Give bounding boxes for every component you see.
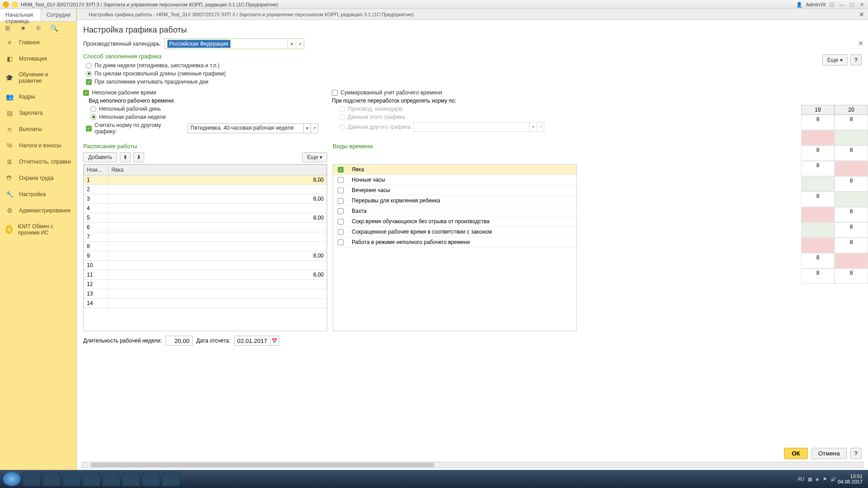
taskbar-paint-icon[interactable]: [102, 472, 120, 486]
type-row[interactable]: Явка: [333, 164, 576, 175]
dialog-close-icon[interactable]: ✕: [859, 11, 864, 18]
nav-ohrana[interactable]: ⛑Охрана труда: [0, 170, 76, 186]
checkbox-icon[interactable]: [338, 167, 344, 173]
more-button[interactable]: Еще ▾: [822, 54, 848, 66]
search-icon[interactable]: 🔍: [50, 24, 58, 32]
open-picker-icon[interactable]: ↗: [311, 124, 318, 133]
nav-settings[interactable]: 🔧Настройка: [0, 186, 76, 202]
radio-days-row[interactable]: По дням недели (пятидневка, шестидневка …: [86, 62, 862, 69]
checkbox-icon[interactable]: [338, 188, 344, 193]
cancel-button[interactable]: Отмена: [811, 448, 847, 459]
table-row[interactable]: 4: [84, 204, 327, 213]
move-up-button[interactable]: ⬆: [120, 152, 131, 162]
schedule-more-button[interactable]: Еще ▾: [302, 152, 327, 162]
taskbar-outlook-icon[interactable]: [122, 472, 140, 486]
type-row[interactable]: Ночные часы: [333, 175, 576, 185]
type-row[interactable]: Вечерние часы: [333, 185, 576, 196]
open-picker-icon[interactable]: ↗: [296, 39, 304, 49]
taskbar-skype-icon[interactable]: [62, 472, 80, 486]
chk-othernorm-row[interactable]: Считать норму по другому графику: Пятидн…: [86, 122, 318, 135]
taskbar-clock[interactable]: 13:51 04.08.2017: [838, 474, 865, 484]
nav-nalogi[interactable]: %Налоги и взносы: [0, 137, 76, 154]
nav-motivation[interactable]: ◧Мотивация: [0, 51, 76, 67]
ok-button[interactable]: ОК: [784, 448, 808, 459]
table-row[interactable]: 98,00: [84, 251, 327, 261]
chk-parttime-row[interactable]: Неполное рабочее время: [83, 89, 318, 96]
taskbar-word-icon[interactable]: [142, 472, 160, 486]
maximize-icon[interactable]: ▢: [848, 1, 855, 8]
radio-partday-row[interactable]: Неполный рабочий день: [90, 106, 318, 112]
clip-icon[interactable]: ⎘: [34, 24, 42, 32]
checkbox-icon[interactable]: [338, 177, 344, 183]
calendar-icon[interactable]: 📅: [270, 336, 279, 346]
table-row[interactable]: 6: [84, 223, 327, 232]
checkbox-icon[interactable]: [338, 198, 344, 204]
chk-holidays-row[interactable]: При заполнении учитывать праздничные дни: [86, 79, 862, 85]
checkbox-icon[interactable]: [338, 208, 344, 214]
start-button[interactable]: [3, 472, 21, 486]
tab-employees[interactable]: Сотрудни: [41, 9, 76, 21]
horizontal-scrollbar[interactable]: [81, 462, 863, 468]
table-row[interactable]: 12: [84, 280, 327, 289]
type-row[interactable]: Работа в режиме неполного рабочего време…: [333, 237, 576, 248]
add-button[interactable]: Добавить: [83, 152, 117, 162]
tray-sound-icon[interactable]: 🔊: [830, 477, 836, 482]
chevron-down-icon[interactable]: ▾: [288, 39, 296, 49]
table-row[interactable]: 8: [84, 242, 327, 251]
table-row[interactable]: 14: [84, 299, 327, 308]
radio-partweek-row[interactable]: Неполная рабочая неделя: [90, 114, 318, 120]
nav-zarplata[interactable]: ▤Зарплата: [0, 105, 76, 121]
checkbox-icon[interactable]: [338, 219, 344, 225]
help-button-top[interactable]: ?: [850, 54, 862, 66]
taskbar-ie-icon[interactable]: [23, 472, 41, 486]
type-row[interactable]: Вахта: [333, 206, 576, 216]
table-row[interactable]: 18,00: [84, 175, 327, 185]
nav-main[interactable]: ≡Главное: [0, 34, 76, 51]
nav-kadry[interactable]: 👥Кадры: [0, 89, 76, 105]
norm-combo[interactable]: Пятидневка, 40-часовая рабочая неделя ▾ …: [187, 123, 318, 133]
tray-icon[interactable]: ◈: [816, 477, 819, 482]
type-row[interactable]: Сокращенное рабочее время в соответствии…: [333, 227, 576, 237]
tray-lang[interactable]: RU: [797, 477, 804, 482]
chk-summ-row[interactable]: Суммированный учет рабочего времени: [332, 89, 862, 96]
radio-cycles-row[interactable]: По циклам произвольной длины (сменные гр…: [86, 70, 862, 77]
table-row[interactable]: 10: [84, 261, 327, 270]
schedule-table[interactable]: Ном... Явка 18,00238,00458,0067898,00101…: [84, 164, 327, 308]
table-row[interactable]: 13: [84, 289, 327, 299]
tray-icon[interactable]: ▦: [808, 477, 812, 482]
star-icon[interactable]: ★: [19, 24, 27, 32]
taskbar-explorer-icon[interactable]: [42, 472, 61, 486]
calendar-combo[interactable]: Российская Федерация ▾ ↗: [164, 38, 304, 49]
tray-icon[interactable]: ⚑: [823, 477, 827, 482]
system-tray[interactable]: RU ▦ ◈ ⚑ 🔊: [797, 477, 835, 482]
minimize-icon[interactable]: —: [838, 1, 845, 8]
apps-icon[interactable]: ⊞: [4, 24, 12, 32]
table-row[interactable]: 2: [84, 185, 327, 194]
nav-admin[interactable]: ⚙Администрирование: [0, 202, 76, 219]
help-button[interactable]: ?: [850, 448, 862, 459]
tab-home[interactable]: Начальная страница: [0, 9, 41, 21]
taskbar-excel-icon[interactable]: [82, 472, 100, 486]
checkbox-icon[interactable]: [338, 229, 344, 235]
move-down-button[interactable]: ⬇: [133, 152, 144, 162]
nav-yuit[interactable]: ЮИТ Обмен с прочими ИС: [0, 219, 76, 240]
info-icon[interactable]: ⓘ: [828, 1, 835, 8]
checkbox-icon[interactable]: [338, 239, 344, 245]
user-icon[interactable]: 👤: [796, 1, 803, 8]
nav-education[interactable]: 🎓Обучение и развитие: [0, 67, 76, 89]
table-row[interactable]: 58,00: [84, 213, 327, 223]
type-row[interactable]: Сокр.время обучающихся без отрыва от про…: [333, 216, 576, 227]
nav-vyplaty[interactable]: ⎋Выплаты: [0, 121, 76, 137]
table-row[interactable]: 38,00: [84, 194, 327, 204]
chevron-down-icon[interactable]: ▾: [303, 124, 311, 133]
scrollbar-thumb[interactable]: [91, 463, 434, 467]
table-row[interactable]: 7: [84, 232, 327, 242]
date-input[interactable]: [234, 336, 270, 346]
taskbar-1c-icon[interactable]: [162, 472, 180, 486]
duration-input[interactable]: [165, 336, 193, 346]
page-close-icon[interactable]: ✕: [858, 40, 863, 47]
table-row[interactable]: 118,00: [84, 270, 327, 280]
close-icon[interactable]: ✕: [858, 1, 865, 8]
nav-otchet[interactable]: 🗎Отчетность, справки: [0, 154, 76, 170]
type-row[interactable]: Перерывы для кормления ребенка: [333, 196, 576, 206]
